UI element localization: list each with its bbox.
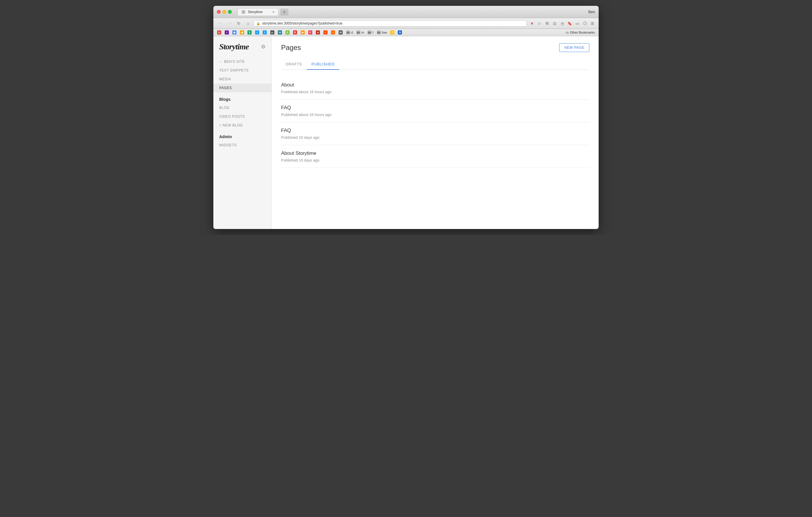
bookmarks-bar: G Y ◉ ◉ 5 t t tc W E R ▶	[213, 29, 599, 36]
bookmark-re[interactable]: R	[292, 30, 298, 35]
sidebar-item-pages[interactable]: PAGES	[213, 84, 271, 92]
bookmark-favicon-tw2: t	[263, 30, 267, 34]
sidebar-item-bens-site-label: ← BEN'S SITE	[219, 60, 245, 64]
back-button[interactable]: ←	[216, 20, 224, 27]
bookmark-favicon-tc: tc	[270, 30, 274, 34]
bookmark-tw2[interactable]: t	[261, 30, 268, 35]
page-item-faq1: FAQ Published about 16 hours ago	[281, 100, 589, 123]
sidebar-item-text-snippets-label: TEXT SNIPPETS	[219, 69, 249, 73]
bookmark-label-fm: m	[361, 31, 364, 34]
browser-tab[interactable]: S Storytime ✕	[238, 8, 279, 16]
sidebar-item-blog[interactable]: BLOG	[213, 103, 271, 112]
page-title: Pages	[281, 44, 301, 52]
bookmark-icon[interactable]: 🔖	[567, 20, 573, 27]
pages-list: About Published about 16 hours ago FAQ P…	[281, 77, 589, 168]
clock-icon[interactable]: ◷	[559, 20, 566, 27]
tab-published[interactable]: PUBLISHED	[307, 59, 340, 70]
bookmark-fow[interactable]: 🗁 fow	[375, 30, 388, 35]
bookmark-maps1[interactable]: ◉	[231, 30, 238, 35]
bookmark-yahoo[interactable]: Y	[223, 30, 230, 35]
stop-icon[interactable]: ✕	[529, 20, 535, 27]
sidebar-item-widgets[interactable]: WIDGETS	[213, 141, 271, 149]
menu-icon[interactable]: ☰	[589, 20, 596, 27]
app-content: Storytime ⚙ ← BEN'S SITE TEXT SNIPPETS M…	[213, 36, 599, 229]
home-button[interactable]: ⌂	[244, 20, 252, 27]
sidebar-section-admin-label: Admin	[219, 134, 232, 139]
bookmark-blue[interactable]: B	[396, 30, 403, 35]
page-header: Pages NEW PAGE	[281, 43, 589, 52]
bookmark-wv[interactable]: W	[337, 30, 344, 35]
bookmark-favicon-rd: ●	[316, 30, 320, 34]
sidebar-item-blog-label: BLOG	[219, 106, 230, 110]
bookmark-fm[interactable]: 🗁 m	[355, 30, 366, 35]
page-item-about-meta: Published about 16 hours ago	[281, 90, 589, 94]
bookmark-gmail[interactable]: G	[216, 30, 223, 35]
maximize-button[interactable]	[228, 10, 232, 14]
sidebar-item-bens-site[interactable]: ← BEN'S SITE	[213, 57, 271, 66]
sidebar-section-blogs: Blogs	[213, 92, 271, 103]
screen-icon[interactable]: ▭	[574, 20, 581, 27]
crop-icon[interactable]: ⊡	[551, 20, 558, 27]
bookmark-tw1[interactable]: t	[254, 30, 261, 35]
bookmark-ff[interactable]: 🗁 f	[366, 30, 375, 35]
sidebar-item-new-blog-label: + NEW BLOG	[219, 123, 243, 127]
star-icon[interactable]: ☆	[536, 20, 543, 27]
bookmark-orange[interactable]: ▶	[299, 30, 306, 35]
forward-button[interactable]: →	[226, 20, 233, 27]
nav-icons: ✕ ☆ ⧉ ⊡ ◷ 🔖 ▭ ⓘ ☰	[529, 20, 596, 27]
bookmark-5[interactable]: 5	[246, 30, 253, 35]
page-item-faq1-title[interactable]: FAQ	[281, 105, 589, 111]
bookmark-favicon-pocket: P	[308, 30, 312, 34]
bookmark-favicon-re: R	[293, 30, 297, 34]
bookmark-label-ff: f	[372, 31, 373, 34]
new-tab-button[interactable]: +	[280, 8, 288, 16]
page-item-about-title[interactable]: About	[281, 82, 589, 88]
address-bar[interactable]: 🔒 storytime.dev:3000/storytime/pages?pub…	[254, 20, 527, 27]
tab-favicon: S	[241, 10, 245, 14]
bookmark-favicon-yel: ▽	[390, 30, 394, 34]
bookmark-or2[interactable]: ~	[329, 30, 337, 35]
page-item-about-storytime-title[interactable]: About Storytime	[281, 151, 589, 156]
bookmark-maps2[interactable]: ◉	[238, 30, 245, 35]
page-item-faq2-title[interactable]: FAQ	[281, 128, 589, 134]
bookmark-wp[interactable]: W	[277, 30, 283, 35]
browser-navbar: ← → ↻ ⌂ 🔒 storytime.dev:3000/storytime/p…	[213, 18, 599, 29]
sidebar-item-video-posts-label: VIDEO POSTS	[219, 114, 245, 118]
other-bookmarks[interactable]: 🗁 Other Bookmarks	[564, 30, 596, 35]
layers-icon[interactable]: ⧉	[544, 20, 550, 27]
sidebar-item-media-label: MEDIA	[219, 77, 231, 81]
sidebar-item-widgets-label: WIDGETS	[219, 143, 237, 147]
bookmark-ev[interactable]: E	[284, 30, 291, 35]
url-text: storytime.dev:3000/storytime/pages?publi…	[262, 21, 342, 25]
close-button[interactable]	[217, 10, 221, 14]
bookmark-pocket[interactable]: P	[307, 30, 314, 35]
bookmark-favicon-fd: 🗁	[346, 30, 350, 34]
bookmark-fd[interactable]: 🗁 d	[345, 30, 354, 35]
info-icon[interactable]: ⓘ	[582, 20, 588, 27]
bookmark-favicon-5: 5	[248, 30, 252, 34]
user-name: Ben	[588, 10, 595, 14]
minimize-button[interactable]	[223, 10, 226, 14]
tab-nav: DRAFTS PUBLISHED	[281, 59, 589, 70]
tab-drafts[interactable]: DRAFTS	[281, 59, 307, 70]
bookmark-rd[interactable]: ●	[314, 30, 321, 35]
bookmark-favicon-orange: ▶	[301, 30, 305, 34]
bookmark-favicon-ev: E	[286, 30, 290, 34]
new-page-button[interactable]: NEW PAGE	[559, 43, 589, 52]
bookmark-tc[interactable]: tc	[269, 30, 276, 35]
logo-text: Storytime	[219, 42, 249, 51]
tab-close-icon[interactable]: ✕	[272, 10, 274, 14]
bookmark-favicon-fow: 🗁	[377, 30, 381, 34]
bookmark-favicon-fm: 🗁	[356, 30, 360, 34]
settings-icon[interactable]: ⚙	[261, 44, 266, 50]
page-item-faq1-meta: Published about 16 hours ago	[281, 112, 589, 117]
reload-button[interactable]: ↻	[235, 20, 242, 27]
bookmark-reddit[interactable]: r	[322, 30, 329, 35]
bookmark-favicon-tw1: t	[255, 30, 259, 34]
sidebar-item-text-snippets[interactable]: TEXT SNIPPETS	[213, 66, 271, 75]
sidebar-item-video-posts[interactable]: VIDEO POSTS	[213, 112, 271, 121]
ssl-icon: 🔒	[256, 22, 260, 25]
sidebar-item-new-blog[interactable]: + NEW BLOG	[213, 121, 271, 130]
sidebar-item-media[interactable]: MEDIA	[213, 75, 271, 84]
bookmark-yel[interactable]: ▽	[389, 30, 396, 35]
